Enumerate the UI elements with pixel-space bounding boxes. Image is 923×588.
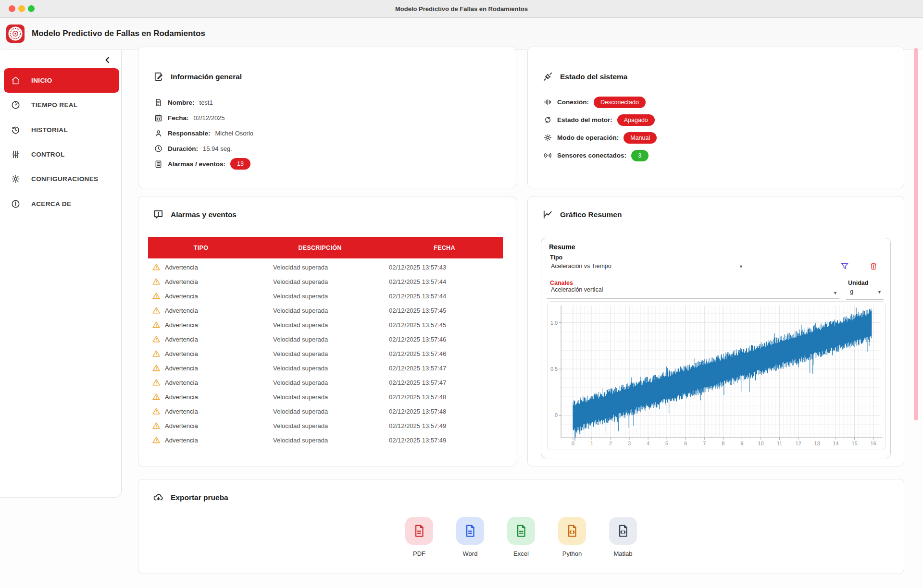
sidebar-item-configuraciones[interactable]: CONFIGURACIONES	[4, 167, 119, 191]
file-doc-icon	[412, 524, 426, 538]
warning-icon	[152, 320, 161, 329]
card-informacion-general: Información general Nombre:test1Fecha:02…	[138, 47, 516, 188]
descripcion-cell: Velocidad superada	[254, 393, 386, 401]
unidad-select[interactable]: g ▼	[846, 288, 884, 300]
table-row[interactable]: AdvertenciaVelocidad superada02/12/2025 …	[148, 289, 503, 303]
status-badge: 3	[631, 150, 649, 161]
table-row[interactable]: AdvertenciaVelocidad superada02/12/2025 …	[148, 433, 503, 447]
column-header: DESCRIPCIÓN	[254, 245, 386, 251]
file-code-icon	[616, 524, 630, 538]
svg-text:4: 4	[647, 441, 649, 446]
minimize-button[interactable]	[18, 5, 25, 12]
card-alarmas-y-eventos: Alarmas y eventos TIPODESCRIPCIÓNFECHA A…	[138, 196, 516, 466]
export-tile	[456, 517, 484, 545]
signal-icon	[543, 151, 552, 160]
file-doc-icon	[463, 524, 477, 538]
tipo-cell: Advertencia	[148, 364, 254, 372]
table-row[interactable]: AdvertenciaVelocidad superada02/12/2025 …	[148, 361, 503, 375]
warning-icon	[152, 407, 161, 416]
svg-text:11: 11	[777, 441, 782, 446]
fecha-cell: 02/12/2025 13:57:44	[386, 293, 503, 300]
export-python-button[interactable]: Python	[558, 517, 586, 557]
window-title: Modelo Predictivo de Fallas en Rodamient…	[0, 5, 923, 12]
descripcion-cell: Velocidad superada	[254, 379, 386, 386]
fecha-cell: 02/12/2025 13:57:44	[386, 278, 503, 285]
table-row[interactable]: AdvertenciaVelocidad superada02/12/2025 …	[148, 375, 503, 390]
titlebar: Modelo Predictivo de Fallas en Rodamient…	[0, 0, 923, 18]
sidebar-collapse-button[interactable]	[101, 53, 114, 67]
calendar-icon	[154, 113, 163, 122]
export-tile	[609, 517, 637, 545]
warning-icon	[152, 378, 161, 387]
table-row[interactable]: AdvertenciaVelocidad superada02/12/2025 …	[148, 274, 503, 289]
card-title-text: Gráfico Resumen	[560, 210, 622, 219]
filter-icon[interactable]	[840, 261, 849, 271]
detail-row: Estado del motor:Apagado	[543, 111, 894, 129]
tipo-text: Advertencia	[165, 293, 198, 300]
sidebar-item-inicio[interactable]: INICIO	[4, 68, 119, 93]
descripcion-cell: Velocidad superada	[254, 437, 386, 444]
close-button[interactable]	[9, 5, 15, 12]
svg-text:8: 8	[722, 441, 724, 446]
tipo-cell: Advertencia	[148, 306, 254, 315]
export-excel-button[interactable]: Excel	[507, 517, 535, 557]
card-estado-del-sistema: Estado del sistema Conexión:Desconectado…	[527, 47, 904, 188]
export-matlab-button[interactable]: Matlab	[609, 517, 637, 557]
table-row[interactable]: AdvertenciaVelocidad superada02/12/2025 …	[148, 260, 503, 274]
warning-icon	[152, 364, 161, 372]
fecha-cell: 02/12/2025 13:57:48	[386, 408, 503, 415]
list-icon	[154, 159, 163, 169]
status-badge: Desconectado	[594, 97, 646, 108]
summary-chart[interactable]: 00.51.0012345678910111213141516	[547, 301, 886, 450]
table-row[interactable]: AdvertenciaVelocidad superada02/12/2025 …	[148, 346, 503, 361]
tipo-text: Advertencia	[165, 321, 198, 329]
canales-select[interactable]: Aceleración vertical ▼	[547, 286, 839, 299]
clock-icon	[154, 144, 163, 153]
tipo-text: Advertencia	[165, 264, 198, 271]
unidad-select-value: g	[850, 288, 853, 295]
table-row[interactable]: AdvertenciaVelocidad superada02/12/2025 …	[148, 303, 503, 318]
file-icon	[154, 98, 163, 107]
table-row[interactable]: AdvertenciaVelocidad superada02/12/2025 …	[148, 318, 503, 332]
warning-icon	[152, 306, 161, 315]
chart-line-icon	[542, 209, 553, 220]
sidebar-item-historial[interactable]: HISTORIAL	[4, 118, 119, 142]
table-row[interactable]: AdvertenciaVelocidad superada02/12/2025 …	[148, 332, 503, 346]
detail-row: Duración:15.94 seg.	[154, 141, 506, 156]
sidebar-item-label: HISTORIAL	[31, 126, 68, 134]
sync-icon	[543, 115, 552, 124]
scrollbar[interactable]	[914, 48, 918, 420]
descripcion-cell: Velocidad superada	[254, 278, 386, 285]
tipo-text: Advertencia	[165, 408, 198, 415]
detail-row: Responsable:Michel Osorio	[154, 125, 506, 141]
table-row[interactable]: AdvertenciaVelocidad superada02/12/2025 …	[148, 418, 503, 433]
table-row[interactable]: AdvertenciaVelocidad superada02/12/2025 …	[148, 404, 503, 418]
export-label: Matlab	[613, 550, 632, 557]
tipo-text: Advertencia	[165, 336, 198, 343]
trash-icon[interactable]	[869, 261, 878, 271]
svg-text:12: 12	[795, 441, 801, 446]
svg-text:5: 5	[665, 441, 668, 446]
gear-icon	[11, 174, 21, 184]
status-badge: Apagado	[617, 114, 655, 126]
tipo-cell: Advertencia	[148, 407, 254, 416]
descripcion-cell: Velocidad superada	[254, 307, 386, 314]
sidebar-item-tiempo-real[interactable]: TIEMPO REAL	[4, 93, 119, 117]
file-table-icon	[514, 524, 528, 538]
tipo-select[interactable]: Aceleración vs Tiempo ▼	[547, 263, 745, 275]
row-label: Responsable:	[168, 130, 211, 137]
table-row[interactable]: AdvertenciaVelocidad superada02/12/2025 …	[148, 390, 503, 404]
tipo-cell: Advertencia	[148, 378, 254, 387]
sidebar-item-acerca-de[interactable]: ACERCA DE	[4, 192, 119, 216]
sidebar-item-control[interactable]: CONTROL	[4, 142, 119, 167]
status-badge: Manual	[624, 132, 657, 144]
tipo-cell: Advertencia	[148, 277, 254, 286]
plug-icon	[542, 71, 553, 82]
maximize-button[interactable]	[28, 5, 35, 12]
export-pdf-button[interactable]: PDF	[405, 517, 433, 557]
svg-text:16: 16	[871, 441, 876, 446]
detail-row: Fecha:02/12/2025	[154, 110, 506, 125]
chevron-down-icon: ▼	[739, 264, 743, 269]
export-word-button[interactable]: Word	[456, 517, 484, 557]
canales-select-value: Aceleración vertical	[551, 286, 603, 293]
